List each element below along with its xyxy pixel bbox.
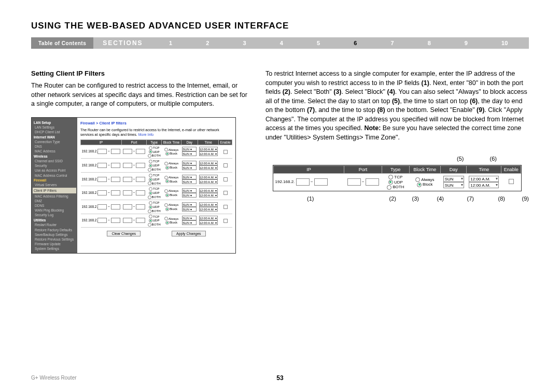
r-day-bottom[interactable]: SUN (443, 182, 464, 188)
port-from[interactable] (123, 149, 132, 154)
ip-to[interactable] (111, 190, 120, 195)
r-day-top[interactable]: SUN (443, 176, 464, 182)
r-time-top[interactable]: 12:00 A.M. (469, 176, 499, 182)
port-to[interactable] (136, 190, 145, 195)
time-bottom[interactable]: 12:00 A.M. ▾ (199, 220, 218, 225)
r-time-bottom[interactable]: 12:00 A.M. (469, 182, 499, 188)
type-tcp[interactable] (149, 201, 152, 205)
sidebar-mac2[interactable]: MAC Address Control (34, 173, 75, 178)
r-port-from[interactable] (347, 178, 361, 186)
bt-block[interactable] (165, 166, 169, 170)
sidebar-uap[interactable]: Use as Access Point (34, 168, 75, 173)
type-udp[interactable] (149, 164, 152, 167)
bt-always[interactable] (164, 176, 168, 179)
type-udp[interactable] (149, 178, 152, 181)
bt-block[interactable] (165, 221, 169, 225)
r-ip-to[interactable] (314, 178, 328, 186)
enable-check[interactable] (223, 219, 228, 223)
sidebar-conn[interactable]: Connection Type (34, 139, 75, 144)
sidebar-firewall[interactable]: Firewall (34, 178, 75, 183)
type-udp[interactable] (149, 205, 152, 209)
r-enable[interactable] (509, 179, 514, 184)
type-tcp[interactable] (149, 174, 152, 177)
bt-block[interactable] (165, 152, 169, 156)
ip-from[interactable] (97, 190, 107, 195)
nav-num-6[interactable]: 6 (348, 40, 362, 46)
sidebar-dmz[interactable]: DMZ (34, 199, 75, 203)
type-both[interactable] (148, 168, 151, 172)
port-from[interactable] (123, 177, 132, 182)
type-udp[interactable] (149, 150, 152, 153)
port-from[interactable] (123, 163, 132, 168)
nav-num-1[interactable]: 1 (164, 40, 177, 46)
sidebar-restart[interactable]: Restart Router (34, 222, 75, 227)
time-bottom[interactable]: 12:00 A.M. ▾ (199, 165, 218, 170)
time-bottom[interactable]: 12:00 A.M. ▾ (199, 151, 218, 156)
sidebar-lan-settings[interactable]: LAN Settings (34, 125, 75, 130)
r-port-to[interactable] (366, 178, 379, 186)
sidebar-dhcp[interactable]: DHCP Client List (34, 130, 75, 134)
nav-num-2[interactable]: 2 (201, 40, 214, 46)
port-from[interactable] (123, 190, 132, 195)
day-bottom[interactable]: SUN ▾ (182, 207, 197, 212)
port-to[interactable] (136, 204, 145, 209)
ip-from[interactable] (97, 204, 107, 209)
sidebar-restore[interactable]: Restore Previous Settings (34, 237, 75, 242)
ip-to[interactable] (111, 218, 120, 223)
time-top[interactable]: 12:00 A.M. ▾ (199, 175, 218, 179)
type-both[interactable] (148, 223, 151, 227)
type-both[interactable] (148, 181, 151, 185)
type-both[interactable] (148, 195, 151, 199)
sidebar-macf[interactable]: MAC Address Filtering (34, 194, 75, 199)
ip-to[interactable] (111, 149, 120, 154)
sidebar-lan-setup[interactable]: LAN Setup (34, 120, 75, 125)
day-bottom[interactable]: SUN ▾ (182, 220, 197, 225)
sidebar-wireless[interactable]: Wireless (34, 154, 75, 159)
day-top[interactable]: SUN ▾ (182, 147, 197, 151)
sidebar-channel[interactable]: Channel and SSID (34, 159, 75, 163)
sidebar-sys[interactable]: System Settings (34, 246, 75, 251)
clear-button[interactable]: Clear Changes (107, 231, 141, 236)
bt-block[interactable] (165, 179, 169, 183)
sidebar-security[interactable]: Security (34, 163, 75, 168)
port-from[interactable] (123, 204, 132, 209)
day-bottom[interactable]: SUN ▾ (182, 193, 197, 198)
sidebar-fw[interactable]: Firmware Update (34, 242, 75, 246)
day-bottom[interactable]: SUN ▾ (182, 179, 197, 184)
ip-from[interactable] (97, 177, 107, 182)
nav-num-3[interactable]: 3 (238, 40, 251, 46)
time-bottom[interactable]: 12:00 A.M. ▾ (199, 193, 218, 198)
enable-check[interactable] (223, 177, 228, 181)
sidebar-defaults[interactable]: Restore Factory Defaults (34, 228, 75, 232)
r-ip-from[interactable] (296, 178, 310, 186)
time-bottom[interactable]: 12:00 A.M. ▾ (199, 179, 218, 184)
bt-always[interactable] (164, 189, 168, 193)
time-top[interactable]: 12:00 A.M. ▾ (199, 147, 218, 151)
sidebar-utilities[interactable]: Utilities (34, 218, 75, 222)
sidebar-ping[interactable]: WAN Ping Blocking (34, 208, 75, 213)
r-type-both[interactable] (387, 185, 391, 190)
type-both[interactable] (148, 154, 151, 158)
type-tcp[interactable] (149, 215, 152, 218)
day-bottom[interactable]: SUN ▾ (182, 165, 197, 170)
time-top[interactable]: 12:00 A.M. ▾ (199, 202, 218, 207)
time-bottom[interactable]: 12:00 A.M. ▾ (199, 207, 218, 212)
day-top[interactable]: SUN ▾ (182, 216, 197, 220)
port-from[interactable] (123, 218, 132, 223)
bt-always[interactable] (164, 203, 168, 207)
nav-num-5[interactable]: 5 (312, 40, 325, 46)
type-both[interactable] (148, 209, 151, 213)
sidebar-mac[interactable]: MAC Address (34, 149, 75, 153)
type-udp[interactable] (149, 219, 152, 222)
apply-button[interactable]: Apply Changes (172, 231, 205, 236)
bt-block[interactable] (165, 207, 169, 211)
day-bottom[interactable]: SUN ▾ (182, 151, 197, 156)
port-to[interactable] (136, 149, 145, 154)
time-top[interactable]: 12:00 A.M. ▾ (199, 216, 218, 220)
r-bt-always[interactable] (415, 177, 420, 182)
enable-check[interactable] (223, 191, 228, 195)
sidebar-dns[interactable]: DNS (34, 144, 75, 149)
bt-always[interactable] (164, 217, 168, 220)
time-top[interactable]: 12:00 A.M. ▾ (199, 161, 218, 165)
enable-check[interactable] (223, 163, 228, 167)
